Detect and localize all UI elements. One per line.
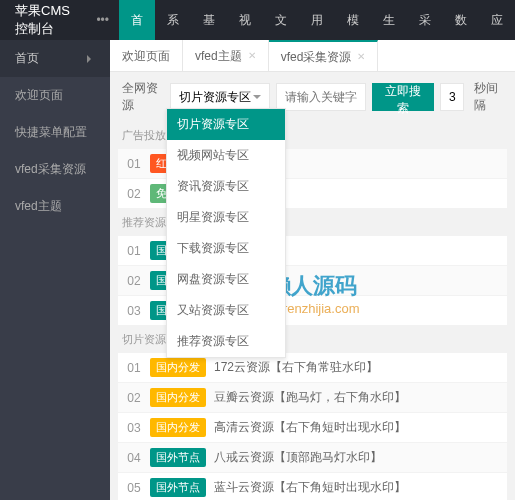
close-icon[interactable]: ✕ bbox=[357, 42, 365, 72]
topbar: 苹果CMS控制台 ••• 首页系统基础视频文章用户模版生成采集数据库应用 bbox=[0, 0, 515, 40]
sidebar: 首页 欢迎页面快捷菜单配置vfed采集资源vfed主题 bbox=[0, 40, 110, 500]
row-text: 蓝斗云资源【右下角短时出现水印】 bbox=[214, 479, 507, 496]
tab-label: vfed主题 bbox=[195, 40, 242, 72]
nav-item[interactable]: 模版 bbox=[335, 0, 371, 40]
category-select[interactable]: 切片资源专区 bbox=[170, 83, 270, 111]
status-badge: 国内分发 bbox=[150, 418, 206, 437]
dropdown-item[interactable]: 视频网站专区 bbox=[167, 140, 285, 171]
tab[interactable]: 欢迎页面 bbox=[110, 40, 183, 71]
nav-item[interactable]: 首页 bbox=[119, 0, 155, 40]
sidebar-item[interactable]: 欢迎页面 bbox=[0, 77, 110, 114]
interval-input[interactable] bbox=[440, 83, 464, 111]
dropdown-item[interactable]: 明星资源专区 bbox=[167, 202, 285, 233]
sidebar-head[interactable]: 首页 bbox=[0, 40, 110, 77]
status-badge: 国内分发 bbox=[150, 388, 206, 407]
row-number: 03 bbox=[118, 304, 150, 318]
tab-label: 欢迎页面 bbox=[122, 40, 170, 72]
row-number: 01 bbox=[118, 244, 150, 258]
nav-item[interactable]: 基础 bbox=[191, 0, 227, 40]
dropdown-item[interactable]: 资讯资源专区 bbox=[167, 171, 285, 202]
search-bar: 全网资源 切片资源专区 立即搜索 秒间隔 切片资源专区视频网站专区资讯资源专区明… bbox=[118, 80, 507, 114]
row-number: 04 bbox=[118, 451, 150, 465]
nav-item[interactable]: 生成 bbox=[371, 0, 407, 40]
dropdown-item[interactable]: 网盘资源专区 bbox=[167, 264, 285, 295]
tabs: 欢迎页面vfed主题✕vfed采集资源✕ bbox=[110, 40, 515, 72]
table-row[interactable]: 04国外节点八戒云资源【顶部跑马灯水印】 bbox=[118, 443, 507, 473]
row-number: 02 bbox=[118, 274, 150, 288]
table-row[interactable]: 05国外节点蓝斗云资源【右下角短时出现水印】 bbox=[118, 473, 507, 500]
category-dropdown: 切片资源专区视频网站专区资讯资源专区明星资源专区下载资源专区网盘资源专区又站资源… bbox=[166, 108, 286, 358]
caret-down-icon bbox=[253, 95, 261, 103]
row-text: 八戒云资源【顶部跑马灯水印】 bbox=[214, 449, 507, 466]
nav-item[interactable]: 用户 bbox=[299, 0, 335, 40]
row-number: 02 bbox=[118, 391, 150, 405]
dropdown-item[interactable]: 下载资源专区 bbox=[167, 233, 285, 264]
search-button[interactable]: 立即搜索 bbox=[372, 83, 434, 111]
nav-item[interactable]: 采集 bbox=[407, 0, 443, 40]
dropdown-item[interactable]: 切片资源专区 bbox=[167, 109, 285, 140]
table-row[interactable]: 02国内分发豆瓣云资源【跑马灯，右下角水印】 bbox=[118, 383, 507, 413]
tab-label: vfed采集资源 bbox=[281, 42, 352, 72]
tab[interactable]: vfed采集资源✕ bbox=[269, 40, 379, 71]
nav-item[interactable]: 应用 bbox=[479, 0, 515, 40]
sidebar-item[interactable]: vfed采集资源 bbox=[0, 151, 110, 188]
top-nav: 首页系统基础视频文章用户模版生成采集数据库应用 bbox=[119, 0, 515, 40]
content: 全网资源 切片资源专区 立即搜索 秒间隔 切片资源专区视频网站专区资讯资源专区明… bbox=[110, 72, 515, 500]
row-number: 01 bbox=[118, 361, 150, 375]
nav-item[interactable]: 数据库 bbox=[443, 0, 479, 40]
interval-label: 秒间隔 bbox=[470, 80, 507, 114]
row-number: 02 bbox=[118, 187, 150, 201]
nav-item[interactable]: 文章 bbox=[263, 0, 299, 40]
chevron-down-icon bbox=[87, 55, 95, 63]
nav-item[interactable]: 视频 bbox=[227, 0, 263, 40]
sidebar-item[interactable]: vfed主题 bbox=[0, 188, 110, 225]
status-badge: 国内分发 bbox=[150, 358, 206, 377]
search-input[interactable] bbox=[276, 83, 366, 111]
main: 欢迎页面vfed主题✕vfed采集资源✕ 全网资源 切片资源专区 立即搜索 秒间… bbox=[110, 40, 515, 500]
scope-label: 全网资源 bbox=[118, 80, 164, 114]
tab[interactable]: vfed主题✕ bbox=[183, 40, 269, 71]
status-badge: 国外节点 bbox=[150, 478, 206, 497]
brand: 苹果CMS控制台 bbox=[0, 2, 86, 38]
row-text: 豆瓣云资源【跑马灯，右下角水印】 bbox=[214, 389, 507, 406]
row-number: 05 bbox=[118, 481, 150, 495]
dropdown-item[interactable]: 又站资源专区 bbox=[167, 295, 285, 326]
sidebar-head-label: 首页 bbox=[15, 50, 39, 67]
nav-item[interactable]: 系统 bbox=[155, 0, 191, 40]
ellipsis-icon[interactable]: ••• bbox=[86, 13, 119, 27]
row-number: 03 bbox=[118, 421, 150, 435]
table-row[interactable]: 03国内分发高清云资源【右下角短时出现水印】 bbox=[118, 413, 507, 443]
status-badge: 国外节点 bbox=[150, 448, 206, 467]
dropdown-item[interactable]: 推荐资源专区 bbox=[167, 326, 285, 357]
row-number: 01 bbox=[118, 157, 150, 171]
row-text: 172云资源【右下角常驻水印】 bbox=[214, 359, 507, 376]
close-icon[interactable]: ✕ bbox=[248, 40, 256, 72]
sidebar-item[interactable]: 快捷菜单配置 bbox=[0, 114, 110, 151]
row-text: 高清云资源【右下角短时出现水印】 bbox=[214, 419, 507, 436]
select-value: 切片资源专区 bbox=[179, 89, 251, 106]
